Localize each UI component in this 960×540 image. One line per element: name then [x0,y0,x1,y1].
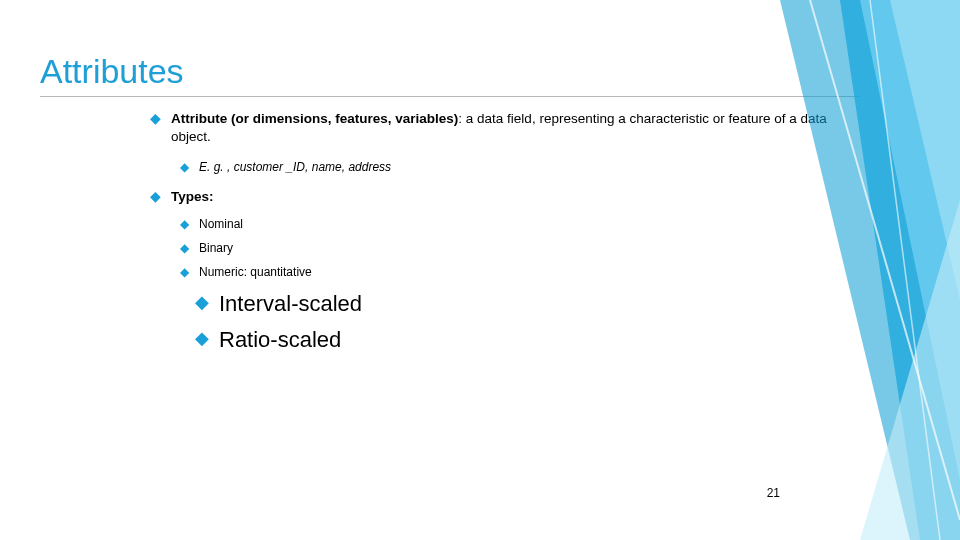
chevron-icon: ◆ [195,327,209,349]
chevron-icon: ◆ [180,241,189,255]
nominal-text: Nominal [199,217,243,231]
interval-text: Interval-scaled [219,291,362,317]
slide-content: ◆ Attribute (or dimensions, features, va… [150,110,870,363]
chevron-icon: ◆ [180,160,189,174]
definition-bold: Attribute (or dimensions, features, vari… [171,111,458,126]
ratio-text: Ratio-scaled [219,327,341,353]
chevron-icon: ◆ [150,188,161,206]
binary-text: Binary [199,241,233,255]
chevron-icon: ◆ [180,265,189,279]
svg-marker-2 [890,0,960,300]
bullet-example: ◆ E. g. , customer _ID, name, address [180,160,870,174]
title-underline [40,96,860,97]
chevron-icon: ◆ [180,217,189,231]
page-number: 21 [767,486,780,500]
bullet-types: ◆ Types: [150,188,870,206]
bullet-definition: ◆ Attribute (or dimensions, features, va… [150,110,870,146]
numeric-text: Numeric: quantitative [199,265,312,279]
svg-line-5 [870,0,940,540]
slide: Attributes ◆ Attribute (or dimensions, f… [0,0,960,540]
bullet-nominal: ◆ Nominal [180,217,870,231]
bullet-numeric: ◆ Numeric: quantitative [180,265,870,279]
slide-title: Attributes [40,52,184,91]
types-label: Types: [171,188,214,206]
bullet-interval: ◆Interval-scaled [195,291,870,317]
definition-text: Attribute (or dimensions, features, vari… [171,110,870,146]
chevron-icon: ◆ [150,110,161,128]
bullet-binary: ◆ Binary [180,241,870,255]
bullet-ratio: ◆Ratio-scaled [195,327,870,353]
chevron-icon: ◆ [195,291,209,313]
example-text: E. g. , customer _ID, name, address [199,160,391,174]
svg-marker-3 [860,200,960,540]
